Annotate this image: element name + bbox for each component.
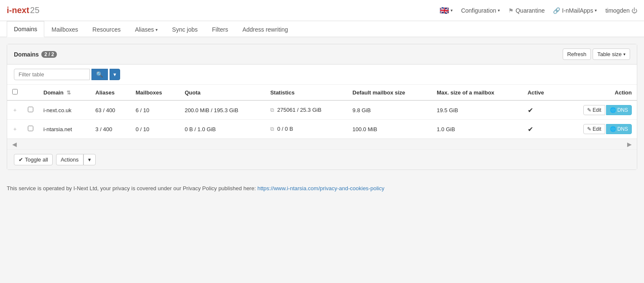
tabs-container: Domains Mailboxes Resources Aliases ▾ Sy…: [0, 21, 644, 37]
row2-action-cell: ✎ Edit 🌐 DNS: [558, 120, 637, 139]
header-checkbox-col: [23, 85, 38, 100]
tab-mailboxes[interactable]: Mailboxes: [44, 22, 85, 37]
brand-name: i-next: [7, 5, 29, 15]
actions-dropdown-button[interactable]: ▾: [83, 154, 96, 165]
table-row: ＋ i-next.co.uk 63 / 400 6 / 10 200.0 MiB…: [7, 100, 637, 120]
inmail-caret-icon: ▾: [595, 8, 597, 13]
panel-header: Domains 2 / 2 Refresh Table size ▾: [7, 44, 637, 65]
actions-label: Actions: [61, 156, 79, 163]
tab-sync-jobs[interactable]: Sync jobs: [165, 22, 205, 37]
panel-footer: ✔ Toggle all Actions ▾: [7, 149, 637, 170]
header-default-mailbox-size: Default mailbox size: [347, 85, 432, 100]
table-wrapper: Domain ⇅ Aliases Mailboxes Quota Statist…: [7, 85, 637, 139]
aliases-caret-icon: ▾: [156, 27, 158, 32]
row1-default-mailbox-size: 9.8 GiB: [347, 100, 432, 120]
tab-domains[interactable]: Domains: [7, 21, 44, 37]
row1-active: ✔: [523, 100, 558, 120]
quarantine-icon: ⚑: [508, 7, 514, 14]
header-active: Active: [523, 85, 558, 100]
scroll-right-icon[interactable]: ▶: [624, 140, 635, 148]
domains-table: Domain ⇅ Aliases Mailboxes Quota Statist…: [7, 85, 637, 139]
domain-label: Domain: [43, 89, 64, 96]
caret-icon: ▾: [451, 8, 453, 13]
row2-active: ✔: [523, 120, 558, 139]
row2-domain: i-ntarsia.net: [38, 120, 90, 139]
navbar: i-next25 🇬🇧 ▾ Configuration ▾ ⚑ Quaranti…: [0, 0, 644, 21]
row1-domain: i-next.co.uk: [38, 100, 90, 120]
row1-statistics: ⧉ 275061 / 25.3 GiB: [265, 100, 347, 120]
globe-icon: 🌐: [610, 107, 616, 113]
tab-aliases-label: Aliases: [135, 26, 154, 33]
row2-statistics-value: 0 / 0 B: [277, 126, 293, 132]
quarantine-link[interactable]: ⚑ Quarantine: [508, 7, 545, 14]
filter-dropdown-button[interactable]: ▾: [110, 69, 120, 80]
quarantine-label: Quarantine: [515, 7, 545, 14]
row1-edit-button[interactable]: ✎ Edit: [583, 105, 605, 115]
actions-caret-icon: ▾: [88, 156, 91, 163]
table-size-button[interactable]: Table size ▾: [593, 49, 630, 60]
power-icon: ⏻: [631, 7, 637, 14]
toggle-icon: ✔: [19, 156, 23, 163]
actions-button-group: Actions ▾: [56, 154, 96, 165]
header-mailboxes: Mailboxes: [131, 85, 180, 100]
privacy-policy-link[interactable]: https://www.i-ntarsia.com/privacy-and-co…: [258, 185, 384, 191]
header-checkbox-cell: [7, 85, 23, 100]
row1-mailboxes: 6 / 10: [131, 100, 180, 120]
scroll-left-icon[interactable]: ◀: [9, 140, 20, 148]
tab-address-rewriting-label: Address rewriting: [242, 26, 288, 33]
row2-checkbox-cell: [23, 120, 38, 139]
row2-add-cell: ＋: [7, 120, 23, 139]
tab-address-rewriting[interactable]: Address rewriting: [235, 22, 295, 37]
filter-input[interactable]: [14, 69, 90, 80]
panel-title-text: Domains: [14, 51, 39, 58]
row1-add-icon[interactable]: ＋: [12, 107, 18, 113]
row1-dns-label: DNS: [617, 107, 628, 113]
panel-header-actions: Refresh Table size ▾: [563, 49, 630, 60]
pencil-icon: ✎: [587, 107, 591, 113]
language-selector[interactable]: 🇬🇧 ▾: [440, 6, 453, 15]
configuration-caret-icon: ▾: [498, 8, 500, 13]
row2-dns-button[interactable]: 🌐 DNS: [606, 124, 632, 134]
configuration-menu[interactable]: Configuration ▾: [461, 7, 500, 14]
tab-sync-jobs-label: Sync jobs: [172, 26, 198, 33]
page-footer: This service is operated by I-Next Ltd, …: [0, 177, 644, 200]
table-size-label: Table size: [597, 51, 622, 57]
tab-filters[interactable]: Filters: [205, 22, 235, 37]
user-menu[interactable]: timogden ⏻: [605, 7, 637, 14]
pencil-icon2: ✎: [587, 126, 591, 132]
row1-statistics-value: 275061 / 25.3 GiB: [277, 107, 322, 113]
row1-dns-button[interactable]: 🌐 DNS: [606, 105, 632, 115]
row2-add-icon[interactable]: ＋: [12, 126, 18, 132]
footer-text: This service is operated by I-Next Ltd, …: [7, 185, 258, 191]
sort-icon[interactable]: ⇅: [67, 90, 71, 96]
row1-active-checkmark: ✔: [528, 107, 533, 114]
tab-filters-label: Filters: [212, 26, 228, 33]
filter-search-button[interactable]: 🔍: [91, 69, 108, 80]
domains-count-badge: 2 / 2: [41, 51, 57, 58]
copy-icon: ⧉: [270, 107, 274, 113]
row2-edit-button[interactable]: ✎ Edit: [583, 124, 605, 134]
tab-resources[interactable]: Resources: [85, 22, 128, 37]
row2-aliases: 3 / 400: [90, 120, 130, 139]
row1-aliases: 63 / 400: [90, 100, 130, 120]
inmail-menu[interactable]: 🔗 I-nMailApps ▾: [553, 7, 597, 14]
filter-dropdown-caret-icon: ▾: [113, 71, 116, 78]
row2-checkbox[interactable]: [28, 126, 33, 131]
table-row: ＋ i-ntarsia.net 3 / 400 0 / 10 0 B / 1.0…: [7, 120, 637, 139]
link-icon: 🔗: [553, 7, 560, 14]
scroll-row: ◀ ▶: [7, 139, 637, 149]
row1-checkbox[interactable]: [28, 107, 33, 112]
brand-version: 25: [30, 5, 39, 15]
domains-panel: Domains 2 / 2 Refresh Table size ▾ 🔍 ▾: [7, 44, 637, 170]
toggle-all-button[interactable]: ✔ Toggle all: [14, 154, 53, 165]
refresh-button[interactable]: Refresh: [563, 49, 591, 60]
row2-edit-label: Edit: [593, 126, 601, 132]
select-all-checkbox[interactable]: [12, 89, 18, 94]
actions-button[interactable]: Actions: [56, 154, 83, 165]
row2-active-checkmark: ✔: [528, 126, 533, 133]
row1-action-cell: ✎ Edit 🌐 DNS: [558, 100, 637, 120]
table-header-row: Domain ⇅ Aliases Mailboxes Quota Statist…: [7, 85, 637, 100]
tab-aliases[interactable]: Aliases ▾: [128, 22, 165, 37]
header-quota: Quota: [180, 85, 265, 100]
row1-quota: 200.0 MiB / 195.3 GiB: [180, 100, 265, 120]
